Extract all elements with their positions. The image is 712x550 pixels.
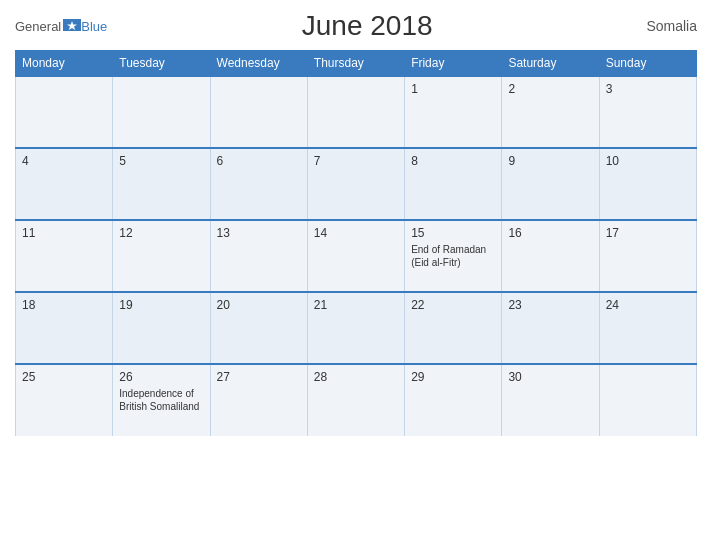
calendar-week-row: 45678910 <box>16 148 697 220</box>
header-monday: Monday <box>16 51 113 77</box>
day-number: 23 <box>508 298 592 312</box>
day-number: 6 <box>217 154 301 168</box>
calendar-cell: 10 <box>599 148 696 220</box>
calendar-page: General Blue June 2018 Somalia Monday Tu… <box>0 0 712 550</box>
calendar-cell: 9 <box>502 148 599 220</box>
calendar-cell <box>16 76 113 148</box>
event-label: End of Ramadan (Eid al-Fitr) <box>411 243 495 269</box>
calendar-cell: 30 <box>502 364 599 436</box>
header-saturday: Saturday <box>502 51 599 77</box>
header-wednesday: Wednesday <box>210 51 307 77</box>
day-number: 5 <box>119 154 203 168</box>
calendar-cell: 27 <box>210 364 307 436</box>
event-label: Independence of British Somaliland <box>119 387 203 413</box>
calendar-cell: 1 <box>405 76 502 148</box>
header: General Blue June 2018 Somalia <box>15 10 697 42</box>
header-friday: Friday <box>405 51 502 77</box>
header-tuesday: Tuesday <box>113 51 210 77</box>
calendar-cell: 2 <box>502 76 599 148</box>
logo-flag-icon <box>63 19 81 31</box>
calendar-cell: 26Independence of British Somaliland <box>113 364 210 436</box>
calendar-cell: 5 <box>113 148 210 220</box>
day-number: 15 <box>411 226 495 240</box>
day-number: 3 <box>606 82 690 96</box>
day-number: 29 <box>411 370 495 384</box>
calendar-cell: 24 <box>599 292 696 364</box>
calendar-cell: 17 <box>599 220 696 292</box>
calendar-cell: 4 <box>16 148 113 220</box>
day-number: 11 <box>22 226 106 240</box>
day-number: 4 <box>22 154 106 168</box>
calendar-cell: 6 <box>210 148 307 220</box>
calendar-cell: 8 <box>405 148 502 220</box>
calendar-cell: 25 <box>16 364 113 436</box>
calendar-cell <box>210 76 307 148</box>
day-number: 24 <box>606 298 690 312</box>
day-number: 20 <box>217 298 301 312</box>
day-number: 26 <box>119 370 203 384</box>
calendar-cell <box>113 76 210 148</box>
calendar-cell: 3 <box>599 76 696 148</box>
day-number: 13 <box>217 226 301 240</box>
calendar-cell: 29 <box>405 364 502 436</box>
calendar-cell: 7 <box>307 148 404 220</box>
calendar-week-row: 18192021222324 <box>16 292 697 364</box>
logo-blue-text: Blue <box>81 19 107 34</box>
day-number: 8 <box>411 154 495 168</box>
country-label: Somalia <box>627 18 697 34</box>
day-number: 19 <box>119 298 203 312</box>
day-number: 27 <box>217 370 301 384</box>
day-number: 16 <box>508 226 592 240</box>
calendar-cell: 21 <box>307 292 404 364</box>
calendar-cell: 16 <box>502 220 599 292</box>
calendar-cell: 15End of Ramadan (Eid al-Fitr) <box>405 220 502 292</box>
calendar-week-row: 1112131415End of Ramadan (Eid al-Fitr)16… <box>16 220 697 292</box>
calendar-cell: 20 <box>210 292 307 364</box>
day-number: 7 <box>314 154 398 168</box>
calendar-cell: 23 <box>502 292 599 364</box>
calendar-cell <box>307 76 404 148</box>
calendar-title: June 2018 <box>107 10 627 42</box>
calendar-cell: 22 <box>405 292 502 364</box>
day-number: 28 <box>314 370 398 384</box>
day-number: 14 <box>314 226 398 240</box>
weekday-header-row: Monday Tuesday Wednesday Thursday Friday… <box>16 51 697 77</box>
logo-general-text: General <box>15 19 61 34</box>
calendar-cell: 11 <box>16 220 113 292</box>
day-number: 12 <box>119 226 203 240</box>
day-number: 9 <box>508 154 592 168</box>
day-number: 2 <box>508 82 592 96</box>
calendar-cell: 28 <box>307 364 404 436</box>
calendar-table: Monday Tuesday Wednesday Thursday Friday… <box>15 50 697 436</box>
header-sunday: Sunday <box>599 51 696 77</box>
calendar-cell: 14 <box>307 220 404 292</box>
logo: General Blue <box>15 19 107 34</box>
day-number: 30 <box>508 370 592 384</box>
day-number: 21 <box>314 298 398 312</box>
day-number: 1 <box>411 82 495 96</box>
day-number: 10 <box>606 154 690 168</box>
calendar-week-row: 2526Independence of British Somaliland27… <box>16 364 697 436</box>
day-number: 22 <box>411 298 495 312</box>
calendar-cell: 13 <box>210 220 307 292</box>
header-thursday: Thursday <box>307 51 404 77</box>
day-number: 17 <box>606 226 690 240</box>
calendar-cell: 18 <box>16 292 113 364</box>
calendar-cell: 12 <box>113 220 210 292</box>
day-number: 25 <box>22 370 106 384</box>
calendar-week-row: 123 <box>16 76 697 148</box>
calendar-cell <box>599 364 696 436</box>
day-number: 18 <box>22 298 106 312</box>
calendar-cell: 19 <box>113 292 210 364</box>
